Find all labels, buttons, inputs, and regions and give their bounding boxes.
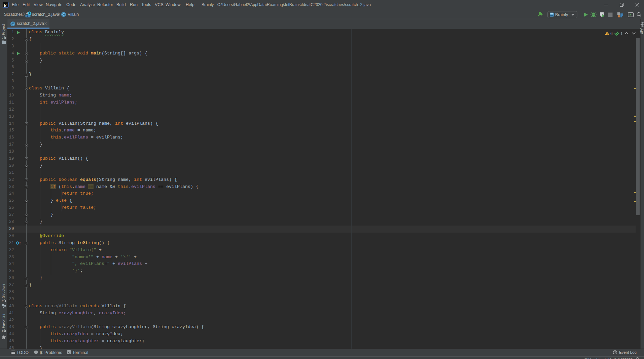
svg-text:1: 1 (620, 31, 623, 36)
svg-text:Brainly: Brainly (555, 12, 568, 17)
svg-text:6: 6 (610, 31, 613, 36)
svg-text:IJ: IJ (4, 3, 7, 6)
svg-text:J: J (26, 15, 28, 18)
